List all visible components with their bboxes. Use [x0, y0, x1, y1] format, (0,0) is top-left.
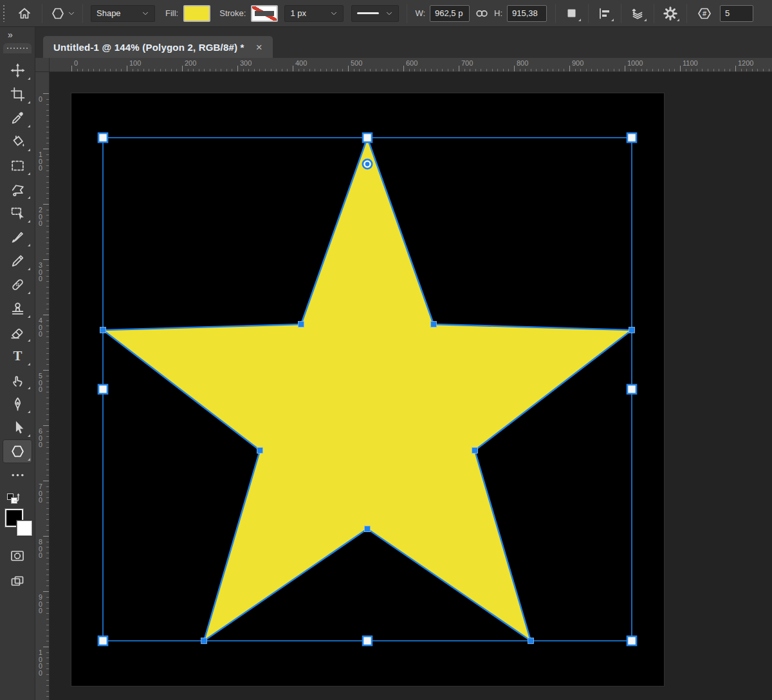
ruler-tick: [46, 143, 49, 143]
smudge-tool[interactable]: [3, 368, 32, 392]
edit-toolbar[interactable]: [3, 463, 32, 487]
path-anchor-point[interactable]: [528, 638, 534, 644]
tool-preset-button[interactable]: [48, 3, 77, 24]
corner-radius-widget[interactable]: [362, 159, 373, 170]
transform-handle[interactable]: [98, 133, 107, 142]
divider: [555, 4, 556, 23]
options-bar-grip[interactable]: [2, 5, 6, 22]
gear-icon: [663, 6, 678, 21]
ruler-tick: [46, 525, 49, 526]
ruler-tick: [614, 69, 614, 71]
canvas[interactable]: [71, 93, 664, 686]
ruler-tick: [425, 69, 426, 71]
paint-bucket-tool[interactable]: [3, 130, 32, 154]
ruler-tick: [46, 265, 49, 266]
pen-tool[interactable]: [3, 392, 32, 416]
transform-handle[interactable]: [363, 133, 372, 142]
transform-handle[interactable]: [627, 133, 636, 142]
polygon-sides-indicator: #: [692, 3, 717, 24]
ruler-tick: [46, 154, 49, 155]
ruler-tick: [547, 69, 548, 71]
path-anchor-point[interactable]: [100, 327, 106, 333]
close-tab-button[interactable]: ×: [256, 42, 262, 53]
width-input[interactable]: [430, 5, 470, 22]
path-anchor-point[interactable]: [299, 322, 304, 327]
shape-settings-button[interactable]: [659, 3, 681, 24]
transform-handle[interactable]: [627, 636, 636, 645]
eyedropper-tool[interactable]: [3, 106, 32, 130]
path-anchor-point[interactable]: [201, 638, 207, 644]
polygon-sides-input[interactable]: [720, 5, 753, 22]
ruler-tick: [652, 69, 653, 71]
document-tab[interactable]: Untitled-1 @ 144% (Polygon 2, RGB/8#) * …: [43, 36, 273, 58]
ruler-label: 1200: [738, 59, 753, 67]
ruler-tick: [686, 69, 686, 71]
stroke-style-select[interactable]: [351, 5, 399, 22]
ruler-tick: [448, 69, 448, 71]
line-style-icon: [357, 12, 379, 14]
star-shape[interactable]: [103, 138, 632, 641]
ruler-tick: [342, 69, 343, 71]
stroke-width-select[interactable]: 1 px: [284, 5, 344, 22]
swap-colors-button[interactable]: [3, 491, 19, 506]
ruler-tick: [46, 115, 49, 116]
ruler-tick: [276, 69, 277, 71]
clone-stamp-tool[interactable]: [3, 297, 32, 320]
ruler-tick: [46, 663, 49, 664]
transform-handle[interactable]: [627, 385, 636, 394]
pencil-tool[interactable]: [3, 249, 32, 273]
ruler-tick: [575, 69, 576, 71]
ruler-tick: [431, 69, 432, 71]
ruler-tick: [46, 580, 49, 581]
polygon-tool[interactable]: [3, 439, 32, 463]
direct-selection-tool[interactable]: [3, 416, 32, 439]
path-anchor-point[interactable]: [257, 448, 263, 454]
type-tool[interactable]: T: [3, 344, 32, 368]
path-anchor-point[interactable]: [431, 322, 437, 327]
ruler-tick: [43, 536, 49, 537]
background-color-swatch[interactable]: [17, 520, 32, 536]
path-anchor-point[interactable]: [629, 327, 635, 333]
path-arrangement-button[interactable]: [627, 3, 648, 24]
ruler-tick: [719, 69, 719, 71]
ruler-tick: [46, 187, 49, 188]
crop-tool[interactable]: [3, 82, 32, 106]
ruler-tick: [591, 69, 592, 71]
link-dimensions-button[interactable]: [473, 3, 491, 24]
brush-tool[interactable]: [3, 225, 32, 249]
quick-mask-button[interactable]: [6, 546, 29, 566]
eraser-tool[interactable]: [3, 320, 32, 344]
stroke-swatch[interactable]: [251, 5, 278, 22]
height-input[interactable]: [507, 5, 547, 22]
transform-handle[interactable]: [98, 385, 107, 394]
path-anchor-point[interactable]: [365, 526, 371, 532]
screen-mode-button[interactable]: [6, 572, 29, 591]
tool-mode-select[interactable]: Shape: [91, 5, 155, 22]
eraser-tool-icon: [10, 324, 26, 340]
ruler-tick: [127, 66, 127, 71]
path-anchor-point[interactable]: [472, 448, 478, 454]
rectangular-marquee-tool[interactable]: [3, 154, 32, 178]
horizontal-ruler[interactable]: 0100200300400500600700800900100011001200: [50, 58, 772, 72]
canvas-artwork[interactable]: [71, 93, 664, 686]
fill-swatch[interactable]: [183, 5, 210, 22]
polygon-tool-icon: [10, 443, 26, 459]
home-button[interactable]: [14, 3, 35, 24]
ruler-tick: [503, 69, 504, 71]
vertical-ruler[interactable]: 01 0 02 0 03 0 04 0 05 0 06 0 07 0 08 0 …: [35, 72, 50, 700]
ruler-tick: [757, 69, 758, 71]
toolbar-expand-button[interactable]: »: [0, 27, 35, 40]
ruler-tick: [525, 69, 526, 71]
spot-healing-brush-tool[interactable]: [3, 273, 32, 297]
transform-handle[interactable]: [98, 636, 107, 645]
ruler-corner[interactable]: [35, 58, 50, 72]
ruler-tick: [154, 69, 155, 71]
object-selection-tool[interactable]: [3, 201, 32, 225]
transform-handle[interactable]: [363, 636, 372, 645]
ruler-tick: [486, 69, 487, 71]
path-operations-button[interactable]: [561, 3, 583, 24]
polygonal-lasso-tool[interactable]: [3, 178, 32, 201]
toolbar-grip[interactable]: [3, 43, 32, 53]
move-tool[interactable]: [3, 59, 32, 82]
path-alignment-button[interactable]: [594, 3, 616, 24]
